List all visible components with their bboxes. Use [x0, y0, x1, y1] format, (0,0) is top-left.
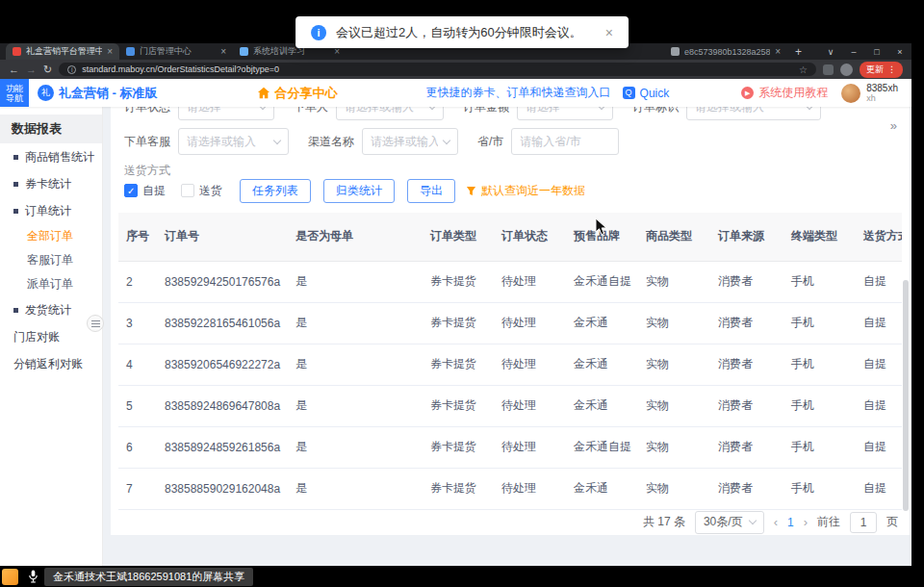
- delivery-checkbox[interactable]: 自提: [124, 183, 166, 199]
- user-avatar: [841, 84, 860, 103]
- delivery-checkbox[interactable]: 送货: [181, 183, 222, 199]
- filter-select[interactable]: 请选择或输入: [686, 107, 821, 120]
- table-scrollbar[interactable]: [903, 280, 909, 511]
- toast-close-button[interactable]: ×: [605, 25, 613, 40]
- tab-close-icon[interactable]: ×: [107, 46, 113, 57]
- cell-status: 待处理: [494, 426, 566, 468]
- house-icon: [257, 87, 270, 99]
- column-header: 订单号: [157, 213, 288, 261]
- screen-share-text: 金禾通技术王斌18662591081的屏幕共享: [53, 571, 244, 582]
- browser-update-button[interactable]: 更新 ⋮: [860, 62, 903, 78]
- tab-title: 门店管理中心: [140, 45, 216, 58]
- sidebar-section-title: 数据报表: [0, 115, 102, 143]
- checkbox-icon: [181, 184, 194, 197]
- table-row[interactable]: 383859228165461056a是券卡提货待处理金禾通实物消费者手机自提: [118, 302, 902, 344]
- delivery-method-label: 送货方式: [118, 163, 902, 176]
- cell-delivery: 自提: [856, 426, 902, 468]
- page-size-select[interactable]: 30条/页: [695, 511, 764, 534]
- app-logo[interactable]: 礼 礼盒营销 - 标准版: [38, 85, 158, 102]
- filter-label: 订单金额: [463, 107, 509, 115]
- tab-title: 礼盒营销平台管理中心: [26, 45, 102, 58]
- share-center-link[interactable]: 合分享中心: [257, 85, 338, 102]
- sidebar-item[interactable]: 订单统计: [0, 197, 102, 224]
- user-menu[interactable]: 8385xh xh: [841, 84, 898, 103]
- minimize-button[interactable]: –: [842, 47, 865, 57]
- table-row[interactable]: 283859294250176576a是券卡提货待处理金禾通自提实物消费者手机自…: [118, 261, 902, 302]
- browser-tab[interactable]: e8c573980b1328a258fd2e6 ×: [664, 43, 787, 60]
- group-stats-button[interactable]: 归类统计: [323, 179, 395, 203]
- cell-order_type: 券卡提货: [423, 468, 494, 509]
- profile-avatar-icon[interactable]: [840, 64, 853, 76]
- cell-source: 消费者: [710, 426, 783, 468]
- bookmark-star-icon[interactable]: ☆: [799, 64, 808, 75]
- sidebar-collapse-handle[interactable]: [87, 315, 104, 332]
- sidebar-item[interactable]: 券卡统计: [0, 170, 102, 197]
- filter-label: 下单人: [294, 107, 328, 115]
- quick-link[interactable]: Q Quick: [623, 87, 670, 100]
- collapse-filters-button[interactable]: »: [890, 118, 897, 133]
- reload-icon[interactable]: ↻: [43, 64, 52, 76]
- tab-search-icon[interactable]: ∨: [819, 47, 842, 57]
- prev-page-button[interactable]: ‹: [774, 515, 778, 529]
- filter-select[interactable]: 请选择或输入: [178, 128, 289, 155]
- extensions-icon[interactable]: [823, 64, 834, 75]
- maximize-button[interactable]: □: [865, 47, 888, 57]
- cell-terminal: 手机: [783, 468, 856, 509]
- table-row[interactable]: 583858924869647808a是券卡提货待处理金禾通实物消费者手机自提: [118, 385, 902, 426]
- username-text: 8385xh: [866, 84, 898, 93]
- goto-page-input[interactable]: 1: [850, 512, 877, 533]
- cell-source: 消费者: [710, 302, 783, 344]
- sidebar-item[interactable]: 全部订单: [0, 224, 102, 248]
- cell-seq: 6: [118, 426, 157, 468]
- chevron-down-icon: [259, 107, 267, 110]
- quick-icon: Q: [623, 87, 635, 99]
- browser-tab[interactable]: 门店管理中心 ×: [119, 43, 233, 60]
- tab-close-icon[interactable]: ×: [775, 46, 781, 57]
- export-button[interactable]: 导出: [407, 179, 455, 203]
- cell-brand: 金禾通自提: [566, 426, 638, 468]
- cell-is_parent: 是: [288, 385, 423, 426]
- tab-close-icon[interactable]: ×: [220, 46, 226, 57]
- close-button[interactable]: ×: [888, 47, 911, 57]
- filter-placeholder: 请选择或输入: [187, 134, 256, 150]
- page-unit-label: 页: [886, 514, 898, 530]
- quick-entry-text[interactable]: 更快捷的券卡、订单和快递查询入口: [426, 85, 611, 101]
- sidebar-item[interactable]: 商品销售统计: [0, 143, 102, 170]
- back-icon[interactable]: ←: [9, 64, 19, 75]
- meeting-app-icon[interactable]: [2, 569, 18, 585]
- orders-panel: 订单状态 请选择 下单人 请选择或输入 订单金额 请选择 订单标识 请选择或输入…: [111, 107, 910, 535]
- sidebar-item[interactable]: 客服订单: [0, 248, 102, 272]
- filter-controls: 自提 送货 任务列表归类统计导出 默认查询近一年数据: [118, 178, 902, 203]
- filter-select[interactable]: 请选择或输入: [336, 107, 444, 120]
- func-nav-tab[interactable]: 功能 导航: [0, 79, 29, 107]
- filter-select[interactable]: 请选择: [517, 107, 613, 120]
- cell-status: 待处理: [494, 344, 566, 385]
- filter-select[interactable]: 请选择或输入: [362, 128, 458, 155]
- tutorial-link[interactable]: ▶ 系统使用教程: [741, 85, 828, 101]
- next-page-button[interactable]: ›: [804, 515, 808, 529]
- cell-goods: 实物: [638, 385, 710, 426]
- browser-tab[interactable]: 礼盒营销平台管理中心 ×: [6, 43, 119, 60]
- menu-square-icon: [13, 155, 18, 160]
- task-list-button[interactable]: 任务列表: [240, 179, 311, 203]
- current-page[interactable]: 1: [787, 516, 794, 529]
- new-tab-button[interactable]: +: [795, 45, 802, 59]
- microphone-icon[interactable]: [28, 569, 38, 584]
- table-row[interactable]: 783858859029162048a是券卡提货待处理金禾通实物消费者手机自提: [118, 468, 902, 509]
- menu-square-icon: [13, 182, 18, 187]
- address-bar[interactable]: i standard.maboy.cn/OrderStatisticsDetai…: [59, 63, 816, 76]
- site-info-icon[interactable]: i: [67, 65, 76, 74]
- url-text: standard.maboy.cn/OrderStatisticsDetail?…: [82, 64, 793, 74]
- cell-is_parent: 是: [288, 344, 423, 385]
- sidebar-item[interactable]: 分销返利对账: [0, 350, 102, 377]
- info-icon: i: [311, 25, 326, 40]
- sidebar-item[interactable]: 派单订单: [0, 272, 102, 296]
- table-row[interactable]: 483859206546922272a是券卡提货待处理金禾通实物消费者手机自提: [118, 344, 902, 385]
- table-row[interactable]: 683858924859261856a是券卡提货待处理金禾通自提实物消费者手机自…: [118, 426, 902, 468]
- filter-select[interactable]: 请选择: [178, 107, 274, 120]
- cell-order_type: 券卡提货: [423, 344, 494, 385]
- filter-input[interactable]: 请输入省/市: [511, 128, 619, 155]
- toast-text: 会议已超过2人，自动转为60分钟限时会议。: [336, 24, 582, 41]
- column-header: 是否为母单: [288, 213, 423, 261]
- sidebar-item-label: 门店对账: [13, 329, 60, 345]
